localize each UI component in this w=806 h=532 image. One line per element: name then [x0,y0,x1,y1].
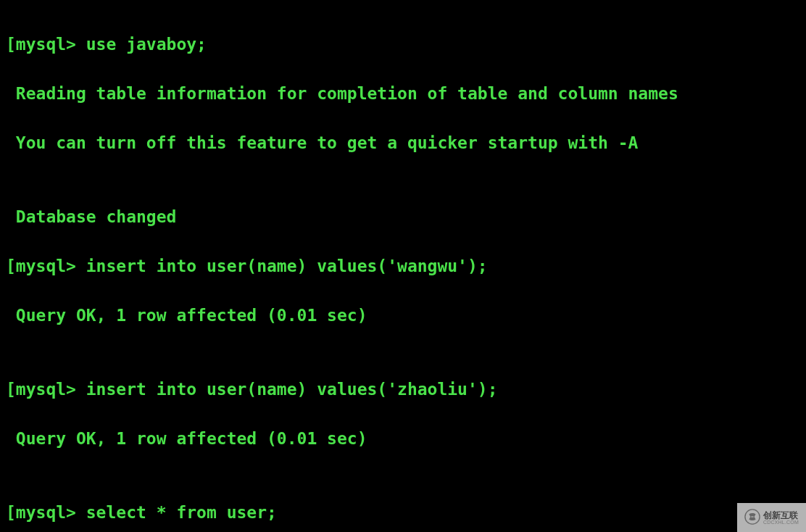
terminal-line: Reading table information for completion… [6,81,800,106]
terminal-line: Query OK, 1 row affected (0.01 sec) [6,303,800,328]
watermark-logo-icon [744,509,760,526]
watermark-text: 创新互联 CDCXHL.COM [763,511,799,525]
watermark-sub: CDCXHL.COM [763,520,799,525]
watermark-badge: 创新互联 CDCXHL.COM [737,503,806,532]
terminal-line: [mysql> insert into user(name) values('w… [6,254,800,278]
terminal-line: Query OK, 1 row affected (0.01 sec) [6,426,800,451]
terminal-line: You can turn off this feature to get a q… [6,130,800,155]
watermark-brand: 创新互联 [763,511,799,520]
terminal-line: Database changed [6,204,800,229]
terminal-line: [mysql> insert into user(name) values('z… [6,377,800,402]
terminal-line: [mysql> use javaboy; [6,32,800,57]
terminal-line: [mysql> select * from user; [6,500,800,525]
svg-point-0 [745,510,760,524]
terminal-output: [mysql> use javaboy; Reading table infor… [0,0,806,532]
